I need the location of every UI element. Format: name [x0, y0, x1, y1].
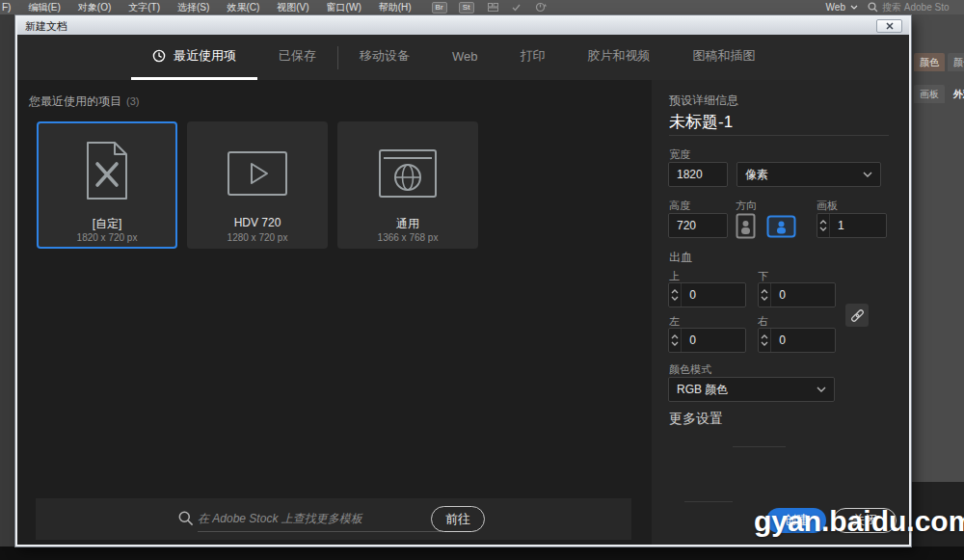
stepper-down-icon — [819, 227, 827, 231]
artboard-field — [817, 213, 887, 238]
search-icon — [178, 511, 194, 530]
app-stock-search[interactable]: 搜索 Adobe Sto — [868, 1, 964, 14]
tab-print-label: 打印 — [521, 47, 546, 65]
stepper-down-icon — [761, 341, 768, 346]
tab-mobile[interactable]: 移动设备 — [338, 35, 431, 80]
stepper-up-icon — [761, 289, 768, 294]
stepper-down-icon — [761, 296, 768, 301]
stepper-up-icon — [819, 220, 827, 225]
custom-document-icon — [39, 141, 175, 200]
tab-web[interactable]: Web — [431, 35, 499, 80]
landscape-icon — [766, 215, 796, 238]
close-icon — [886, 22, 894, 30]
recent-items-heading: 您最近使用的项目(3) — [29, 93, 139, 110]
bleed-bottom-field — [758, 282, 836, 307]
dialog-content: 最近使用项 已保存 移动设备 Web 打印 胶片和视频 图稿和插图 您最近使用的… — [17, 35, 909, 545]
stock-search-input[interactable] — [198, 505, 441, 532]
bleed-top-stepper[interactable] — [669, 283, 682, 307]
recent-card-custom[interactable]: [自定] 1820 x 720 px — [37, 121, 177, 249]
bleed-top-field — [668, 282, 746, 307]
panel-tab-appearance[interactable]: 外观 — [948, 85, 964, 103]
arrange-documents-icon[interactable] — [488, 3, 498, 12]
stepper-down-icon — [671, 341, 679, 346]
bleed-top-input[interactable] — [682, 288, 745, 302]
menu-type[interactable]: 文字(T) — [120, 1, 169, 14]
web-browser-icon — [339, 148, 476, 199]
bleed-bottom-input[interactable] — [771, 288, 835, 302]
app-menubar: F) 编辑(E) 对象(O) 文字(T) 选择(S) 效果(C) 视图(V) 窗… — [0, 0, 964, 14]
unit-select[interactable]: 像素 — [736, 162, 881, 187]
width-input[interactable] — [669, 168, 727, 181]
artboard-input[interactable] — [830, 219, 886, 232]
height-input[interactable] — [669, 219, 727, 232]
workspace-label: Web — [826, 2, 845, 13]
new-document-dialog: 新建文档 最近使用项 已保存 移动设备 Web 打印 胶片和视频 图稿和插图 — [15, 15, 911, 547]
menu-effect[interactable]: 效果(C) — [218, 1, 268, 14]
stepper-up-icon — [761, 334, 768, 339]
color-mode-value: RGB 颜色 — [677, 382, 728, 398]
stock-search-bar: 前往 — [36, 498, 631, 540]
preset-details-panel: 预设详细信息 宽度 像素 高度 方 — [652, 80, 909, 545]
bleed-top-label: 上 — [669, 269, 680, 283]
tab-art-illustration-label: 图稿和插图 — [693, 47, 756, 65]
orientation-landscape-button[interactable] — [766, 215, 796, 238]
workspace-switcher[interactable]: Web — [817, 2, 868, 13]
chevron-down-icon — [863, 172, 872, 177]
dialog-titlebar[interactable]: 新建文档 — [17, 17, 909, 35]
orientation-label: 方向 — [736, 199, 757, 213]
preset-details-heading: 预设详细信息 — [669, 93, 738, 109]
bleed-label: 出血 — [669, 250, 692, 266]
recent-heading-text: 您最近使用的项目 — [29, 94, 121, 108]
watermark: gyan.baidu.com — [754, 505, 964, 538]
tab-saved-label: 已保存 — [279, 47, 316, 65]
menu-window[interactable]: 窗口(W) — [318, 1, 370, 14]
bleed-bottom-stepper[interactable] — [759, 283, 771, 307]
bridge-button[interactable]: Br — [432, 2, 447, 13]
bleed-left-input[interactable] — [682, 333, 745, 347]
recent-card-common[interactable]: 通用 1366 x 768 px — [337, 121, 478, 249]
stock-button[interactable]: St — [459, 2, 474, 13]
divider — [684, 501, 733, 502]
menu-edit[interactable]: 编辑(E) — [19, 1, 68, 14]
stepper-up-icon — [671, 289, 679, 294]
bleed-right-input[interactable] — [771, 333, 835, 347]
recent-card-hdv720[interactable]: HDV 720 1280 x 720 px — [187, 121, 328, 249]
tab-art-illustration[interactable]: 图稿和插图 — [672, 35, 777, 80]
menu-select[interactable]: 选择(S) — [169, 1, 218, 14]
preset-category-tabs: 最近使用项 已保存 移动设备 Web 打印 胶片和视频 图稿和插图 — [17, 35, 909, 80]
more-settings-link[interactable]: 更多设置 — [669, 411, 723, 428]
tab-recent[interactable]: 最近使用项 — [131, 35, 257, 80]
orientation-portrait-button[interactable] — [736, 213, 756, 239]
bleed-right-stepper[interactable] — [759, 329, 771, 352]
bleed-right-field — [758, 328, 836, 353]
gpu-rotate-icon[interactable] — [534, 2, 547, 13]
tab-print[interactable]: 打印 — [499, 35, 567, 80]
color-mode-select[interactable]: RGB 颜色 — [668, 377, 835, 402]
panel-tab-color-guide[interactable]: 颜色 — [948, 53, 964, 71]
bleed-left-stepper[interactable] — [669, 329, 682, 352]
app-bottom-edge — [0, 547, 964, 560]
go-button[interactable]: 前往 — [431, 506, 485, 532]
document-name-input[interactable] — [669, 109, 889, 136]
dialog-main: 您最近使用的项目(3) — [17, 80, 909, 545]
tab-film-video[interactable]: 胶片和视频 — [567, 35, 672, 80]
menu-object[interactable]: 对象(O) — [69, 1, 120, 14]
card-name: [自定] — [39, 216, 175, 232]
menu-help[interactable]: 帮助(H) — [370, 1, 420, 14]
recent-cards: [自定] 1820 x 720 px HDV 720 12 — [37, 121, 478, 249]
chevron-down-icon — [817, 387, 826, 392]
panel-tab-artboard[interactable]: 画板 — [914, 85, 945, 103]
tab-saved[interactable]: 已保存 — [257, 35, 337, 80]
menu-file[interactable]: F) — [0, 2, 19, 13]
menu-view[interactable]: 视图(V) — [268, 1, 317, 14]
check-icon — [512, 4, 521, 12]
tab-web-label: Web — [452, 49, 478, 64]
panel-tab-row-1: 颜色 颜色 — [914, 53, 964, 71]
panel-tab-color[interactable]: 颜色 — [914, 53, 945, 71]
artboard-stepper[interactable] — [817, 214, 830, 237]
bleed-link-button[interactable] — [845, 304, 869, 327]
stepper-up-icon — [671, 334, 679, 339]
unit-value: 像素 — [745, 167, 768, 183]
dialog-close-button[interactable] — [876, 19, 902, 33]
card-size: 1280 x 720 px — [189, 232, 326, 243]
